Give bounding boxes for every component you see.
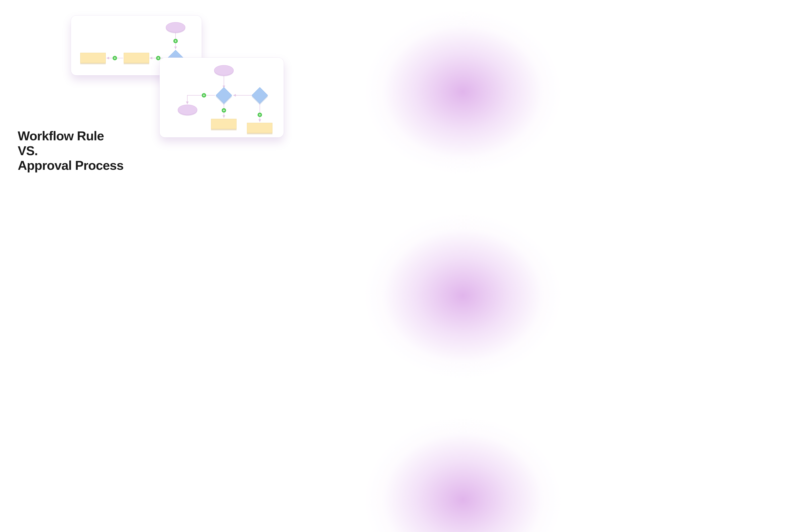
plus-icon bbox=[173, 39, 178, 43]
action-node-1 bbox=[211, 119, 236, 129]
heading-line-2: VS. bbox=[18, 144, 124, 158]
page-title: Workflow Rule VS. Approval Process bbox=[18, 129, 124, 173]
start-node bbox=[166, 22, 185, 32]
heading-line-3: Approval Process bbox=[18, 158, 124, 173]
start-node bbox=[214, 65, 234, 75]
plus-icon bbox=[202, 93, 206, 97]
action-node-2 bbox=[80, 53, 106, 63]
decision-node-2 bbox=[252, 87, 268, 103]
terminal-node bbox=[178, 104, 197, 115]
action-node-1 bbox=[124, 53, 149, 63]
decision-node-1 bbox=[216, 87, 232, 103]
plus-icon bbox=[156, 56, 160, 60]
plus-icon bbox=[222, 108, 226, 113]
action-node-2 bbox=[247, 123, 272, 133]
plus-icon bbox=[258, 113, 262, 117]
approval-process-card bbox=[159, 58, 284, 137]
plus-icon bbox=[113, 56, 117, 60]
heading-line-1: Workflow Rule bbox=[18, 129, 124, 144]
